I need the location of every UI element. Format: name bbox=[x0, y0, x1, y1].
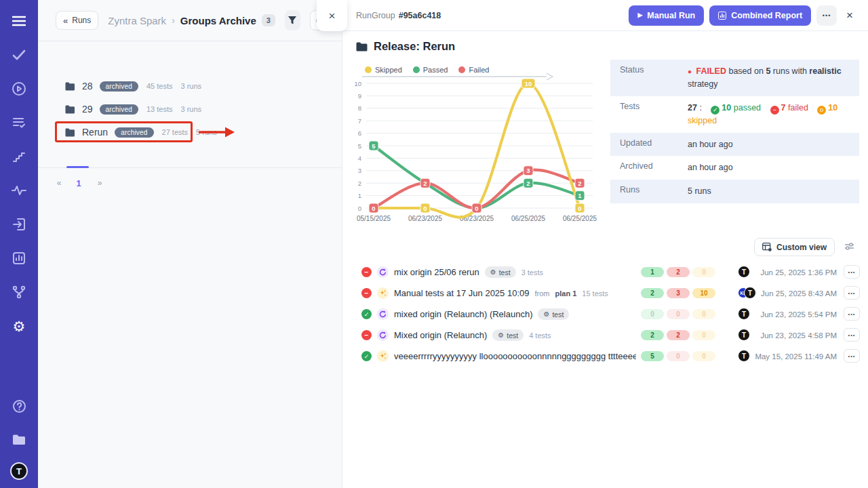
list-toolbar: Custom view bbox=[754, 238, 856, 256]
folder-icon bbox=[65, 82, 75, 91]
groups-panel: « Runs Zyntra Spark › Groups Archive 3 2… bbox=[38, 0, 342, 488]
breadcrumb-parent[interactable]: Zyntra Spark bbox=[108, 15, 166, 26]
legend-item-failed[interactable]: Failed bbox=[458, 66, 489, 74]
group-runs-count: 5 runs bbox=[196, 128, 217, 136]
manual-run-button[interactable]: ▶ Manual Run bbox=[629, 5, 704, 26]
svg-text:05/15/2025: 05/15/2025 bbox=[357, 215, 391, 222]
close-detail-button[interactable]: × bbox=[846, 9, 853, 21]
svg-text:0: 0 bbox=[358, 205, 361, 212]
row-more-button[interactable]: ••• bbox=[844, 349, 860, 363]
svg-text:5: 5 bbox=[372, 142, 376, 150]
branch-icon[interactable] bbox=[7, 281, 31, 304]
groups-header: « Runs Zyntra Spark › Groups Archive 3 bbox=[38, 0, 342, 41]
help-icon[interactable] bbox=[7, 394, 31, 418]
svg-text:0: 0 bbox=[372, 205, 375, 212]
rungroup-info-table: Status ● FAILED based on 5 runs with rea… bbox=[610, 60, 859, 203]
run-row[interactable]: − Manual tests at 17 Jun 2025 10:09 from… bbox=[342, 283, 868, 304]
report-icon[interactable] bbox=[7, 247, 31, 270]
pagination-next[interactable]: » bbox=[94, 175, 106, 191]
svg-text:10: 10 bbox=[525, 80, 532, 87]
combined-report-button[interactable]: Combined Report bbox=[709, 5, 811, 26]
steps-icon[interactable] bbox=[7, 145, 31, 168]
group-row-29[interactable]: 29 archived 13 tests 3 runs bbox=[56, 100, 211, 119]
back-to-runs-button[interactable]: « Runs bbox=[56, 11, 98, 30]
svg-text:0: 0 bbox=[475, 205, 478, 212]
row-more-button[interactable]: ••• bbox=[844, 328, 860, 342]
groups-count-badge: 3 bbox=[262, 14, 275, 26]
legend-item-passed[interactable]: Passed bbox=[413, 66, 448, 74]
user-avatar[interactable]: T bbox=[10, 462, 28, 480]
svg-text:06/25/2025: 06/25/2025 bbox=[563, 215, 597, 222]
svg-text:5: 5 bbox=[358, 142, 361, 150]
passed-pill: 1 bbox=[641, 267, 664, 277]
detail-topbar: RunGroup #95a6c418 ▶ Manual Run Combined… bbox=[342, 0, 868, 31]
pagination-prev[interactable]: « bbox=[53, 175, 65, 191]
gear-icon[interactable]: ⚙ bbox=[7, 314, 31, 338]
rerun-icon bbox=[377, 308, 389, 320]
group-name: Rerun bbox=[82, 127, 108, 138]
custom-view-button[interactable]: Custom view bbox=[754, 238, 835, 256]
sparkles-icon bbox=[377, 287, 389, 299]
runs-chart-block: Skipped Passed Failed 01234567891005/15/… bbox=[346, 64, 604, 233]
sidebar: ⚙ T bbox=[0, 0, 38, 488]
svg-text:7: 7 bbox=[358, 117, 361, 125]
rungroup-id: #95a6c418 bbox=[399, 11, 441, 20]
failed-pill: 0 bbox=[667, 351, 690, 361]
failed-pill: 0 bbox=[667, 309, 690, 319]
import-icon[interactable] bbox=[7, 213, 31, 236]
sliders-icon[interactable] bbox=[843, 241, 856, 254]
svg-text:2: 2 bbox=[526, 180, 530, 187]
run-row[interactable]: ✓ veeeerrrrryyyyyyyyyy llooooooooooonnnn… bbox=[342, 346, 868, 367]
breadcrumb: Zyntra Spark › Groups Archive 3 bbox=[108, 14, 275, 26]
skipped-dot-icon bbox=[365, 66, 372, 73]
play-circle-icon[interactable] bbox=[7, 77, 31, 100]
projects-folder-icon[interactable] bbox=[7, 428, 31, 451]
runs-list: − mix origin 25/06 rerun ⚙test 3 tests 1… bbox=[342, 262, 868, 367]
legend-item-skipped[interactable]: Skipped bbox=[365, 66, 402, 74]
info-row-status: Status ● FAILED based on 5 runs with rea… bbox=[610, 60, 859, 96]
sparkles-icon bbox=[377, 350, 389, 362]
info-row-updated: Updated an hour ago bbox=[610, 133, 859, 157]
table-view-icon bbox=[762, 243, 772, 251]
passed-dot-icon bbox=[413, 66, 420, 73]
test-tag-badge: ⚙test bbox=[538, 308, 569, 320]
chart-legend: Skipped Passed Failed bbox=[346, 64, 604, 76]
skipped-pill: 0 bbox=[692, 267, 715, 277]
group-row-rerun[interactable]: Rerun archived 27 tests 5 runs bbox=[56, 123, 226, 142]
play-icon: ▶ bbox=[637, 12, 642, 18]
group-name: 29 bbox=[82, 104, 93, 115]
menu-icon[interactable] bbox=[7, 9, 31, 33]
folder-icon bbox=[65, 105, 75, 114]
passed-check-icon: ✓ bbox=[711, 106, 719, 115]
list-check-icon[interactable] bbox=[7, 111, 31, 134]
pagination-page-1[interactable]: 1 bbox=[73, 175, 85, 191]
row-more-button[interactable]: ••• bbox=[844, 286, 860, 300]
svg-text:2: 2 bbox=[358, 180, 361, 187]
close-panel-button[interactable]: × bbox=[329, 10, 336, 22]
rungroup-label: RunGroup bbox=[356, 11, 395, 20]
rungroup-detail: RunGroup #95a6c418 ▶ Manual Run Combined… bbox=[342, 0, 868, 488]
svg-text:8: 8 bbox=[358, 104, 361, 112]
status-value: FAILED bbox=[696, 66, 726, 76]
group-row-28[interactable]: 28 archived 45 tests 3 runs bbox=[56, 77, 211, 96]
group-runs-count: 3 runs bbox=[181, 105, 202, 113]
run-row[interactable]: − Mixed origin (Relaunch) ⚙test 4 tests … bbox=[342, 325, 868, 346]
pulse-icon[interactable] bbox=[7, 179, 31, 202]
filter-button[interactable] bbox=[285, 10, 300, 30]
more-actions-button[interactable]: ••• bbox=[816, 5, 837, 26]
breadcrumb-current: Groups Archive bbox=[180, 15, 256, 26]
svg-text:1: 1 bbox=[358, 192, 361, 199]
failed-pill: 3 bbox=[667, 288, 690, 298]
run-row[interactable]: − mix origin 25/06 rerun ⚙test 3 tests 1… bbox=[342, 262, 868, 283]
check-icon[interactable] bbox=[7, 43, 31, 66]
archived-badge: archived bbox=[115, 127, 153, 138]
row-more-button[interactable]: ••• bbox=[844, 265, 860, 279]
svg-text:1: 1 bbox=[578, 192, 582, 199]
svg-text:9: 9 bbox=[358, 92, 361, 100]
failed-minus-icon: − bbox=[770, 106, 779, 115]
run-row[interactable]: ✓ mixed origin (Relaunch) (Relaunch) ⚙te… bbox=[342, 304, 868, 325]
svg-text:2: 2 bbox=[423, 180, 427, 187]
skipped-pill: 0 bbox=[692, 330, 715, 340]
info-row-runs: Runs 5 runs bbox=[610, 180, 859, 203]
row-more-button[interactable]: ••• bbox=[844, 307, 860, 321]
